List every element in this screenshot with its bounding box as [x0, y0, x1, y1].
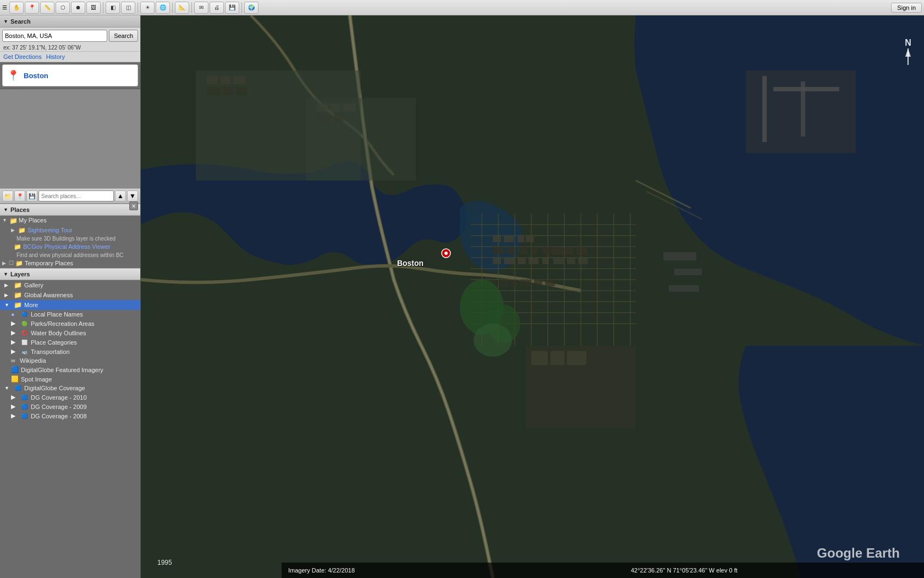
svg-rect-56: [526, 346, 636, 428]
layer-place-categories[interactable]: ▶ ⬜ Place Categories: [0, 337, 140, 347]
svg-rect-21: [493, 236, 501, 242]
layer-more[interactable]: ▼ 📁 More: [0, 300, 140, 310]
toolbar-btn-overlay[interactable]: 🖼: [86, 2, 101, 14]
panel-close-button[interactable]: ✕: [129, 201, 138, 210]
layers-collapse-icon: ▼: [3, 271, 8, 277]
layer-global-awareness[interactable]: ▶ 📁 Global Awareness: [0, 290, 140, 300]
places-title[interactable]: ▼ Places: [0, 204, 140, 216]
places-my-places[interactable]: ▼ 📁 My Places: [0, 216, 140, 226]
sightseeing-label[interactable]: Sightseeing Tour: [28, 227, 138, 233]
temporary-checkbox[interactable]: ☐: [9, 260, 14, 266]
layer-local-place-names[interactable]: ● 🔵 Local Place Names: [0, 310, 140, 319]
places-add-up-btn[interactable]: ▲: [115, 190, 126, 201]
places-save-btn[interactable]: 💾: [26, 190, 37, 201]
places-add-down-btn[interactable]: ▼: [127, 190, 138, 201]
svg-rect-45: [534, 280, 542, 286]
toolbar-btn-save-image[interactable]: 💾: [225, 2, 239, 14]
svg-rect-32: [518, 258, 526, 264]
toolbar-separator-2: [138, 2, 138, 13]
svg-rect-29: [542, 247, 553, 254]
toolbar-btn-hand[interactable]: ✋: [9, 2, 24, 14]
places-add-folder-btn[interactable]: 📁: [2, 190, 13, 201]
place-cat-toggle[interactable]: ▶: [11, 339, 18, 346]
water-toggle[interactable]: ▶: [11, 329, 18, 336]
svg-rect-66: [236, 87, 247, 95]
layer-dg-2008[interactable]: ▶ 🟦 DG Coverage - 2008: [0, 411, 140, 421]
svg-rect-33: [529, 258, 538, 264]
layers-title[interactable]: ▼ Layers: [0, 268, 140, 280]
gallery-icon: 📁: [13, 281, 22, 289]
parks-toggle[interactable]: ▶: [11, 320, 18, 327]
search-section: ▼ Search Search ex: 37 25' 19.1"N, 122 0…: [0, 15, 140, 89]
places-temporary[interactable]: ▶ ☐ 📁 Temporary Places: [0, 259, 140, 268]
toolbar-btn-path[interactable]: 📏: [40, 2, 54, 14]
dg2008-icon: 🟦: [20, 413, 29, 419]
dg2009-icon: 🟦: [20, 404, 29, 410]
svg-rect-36: [565, 247, 574, 255]
dg2008-toggle[interactable]: ▶: [11, 412, 18, 419]
toolbar-btn-record[interactable]: ⏺: [71, 2, 85, 14]
layer-dg-2010[interactable]: ▶ 🟦 DG Coverage - 2010: [0, 392, 140, 402]
result-name[interactable]: Boston: [24, 72, 48, 80]
layer-wikipedia[interactable]: W Wikipedia: [0, 356, 140, 365]
layer-water-body[interactable]: ▶ ⭕ Water Body Outlines: [0, 328, 140, 337]
history-link[interactable]: History: [46, 53, 65, 60]
places-bcgov[interactable]: 📁 BCGov Physical Address Viewer: [0, 242, 140, 252]
toolbar-btn-hide-sidebar[interactable]: ◧: [106, 2, 120, 14]
toolbar-separator-5: [241, 2, 242, 13]
toolbar-btn-ge-web[interactable]: 🌍: [244, 2, 258, 14]
svg-rect-38: [553, 258, 564, 264]
search-collapse-icon[interactable]: ▼: [3, 19, 8, 24]
svg-line-67: [636, 181, 691, 208]
toolbar-btn-placemark[interactable]: 📍: [25, 2, 39, 14]
dg2010-toggle[interactable]: ▶: [11, 394, 18, 401]
my-places-toggle[interactable]: ▼: [2, 217, 8, 223]
wiki-icon-w: W: [11, 358, 18, 363]
search-button[interactable]: Search: [109, 30, 138, 42]
toolbar-btn-email[interactable]: ✉: [194, 2, 208, 14]
local-place-check: ●: [11, 311, 18, 318]
svg-rect-46: [545, 280, 555, 286]
transport-icon: 🚌: [20, 349, 29, 355]
dg-coverage-label: DigitalGlobe Coverage: [24, 385, 85, 391]
transport-toggle[interactable]: ▶: [11, 348, 18, 355]
bcgov-label[interactable]: BCGov Physical Address Viewer: [23, 243, 138, 250]
toolbar-btn-sunlight[interactable]: ☀: [140, 2, 155, 14]
get-directions-link[interactable]: Get Directions: [3, 53, 42, 60]
dg-coverage-toggle[interactable]: ▼: [4, 385, 11, 391]
layer-dg-coverage[interactable]: ▼ 🟦 DigitalGlobe Coverage: [0, 384, 140, 392]
map-area[interactable]: Boston 1995 Google Earth N Imagery Date:…: [141, 15, 924, 578]
gallery-toggle[interactable]: ▶: [4, 282, 11, 288]
layer-spot-image[interactable]: 🟨 Spot Image: [0, 374, 140, 384]
svg-rect-59: [567, 351, 586, 365]
sightseeing-toggle[interactable]: ▶: [11, 227, 16, 233]
toolbar-btn-atmosphere[interactable]: 🌐: [156, 2, 170, 14]
toolbar-btn-polygon[interactable]: ⬡: [56, 2, 70, 14]
sign-in-button[interactable]: Sign in: [891, 3, 922, 13]
toolbar-btn-hide-overview[interactable]: ◫: [121, 2, 135, 14]
svg-rect-57: [531, 351, 548, 365]
more-toggle[interactable]: ▼: [4, 302, 11, 308]
svg-point-47: [460, 280, 504, 335]
layer-transportation[interactable]: ▶ 🚌 Transportation: [0, 347, 140, 356]
search-input[interactable]: [2, 30, 107, 42]
global-toggle[interactable]: ▶: [4, 292, 11, 298]
toolbar-separator-1: [103, 2, 103, 13]
search-title-label: Search: [10, 18, 31, 25]
wiki-label: Wikipedia: [20, 357, 46, 364]
layer-gallery[interactable]: ▶ 📁 Gallery: [0, 280, 140, 290]
places-add-placemark-btn[interactable]: 📍: [14, 190, 25, 201]
dg2009-label: DG Coverage - 2009: [31, 403, 87, 410]
temporary-toggle[interactable]: ▶: [2, 260, 8, 266]
places-search-input[interactable]: [38, 190, 114, 201]
toolbar-btn-print[interactable]: 🖨: [210, 2, 224, 14]
layer-parks[interactable]: ▶ 🟢 Parks/Recreation Areas: [0, 319, 140, 328]
layer-dg-featured[interactable]: 🟦 DigitalGlobe Featured Imagery: [0, 365, 140, 374]
toolbar-separator-4: [191, 2, 192, 13]
place-cat-icon: ⬜: [20, 340, 29, 345]
search-links: Get Directions History: [0, 52, 140, 62]
dg2009-toggle[interactable]: ▶: [11, 403, 18, 410]
places-sightseeing-tour[interactable]: ▶ 📁 Sightseeing Tour: [0, 226, 140, 235]
layer-dg-2009[interactable]: ▶ 🟦 DG Coverage - 2009: [0, 402, 140, 411]
toolbar-btn-ruler[interactable]: 📐: [175, 2, 189, 14]
